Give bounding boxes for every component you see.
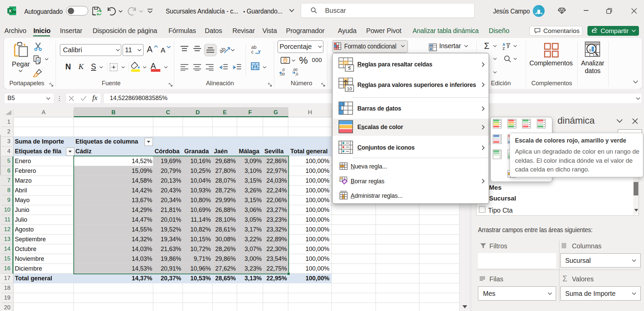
svg-text:10: 10 — [347, 86, 352, 91]
